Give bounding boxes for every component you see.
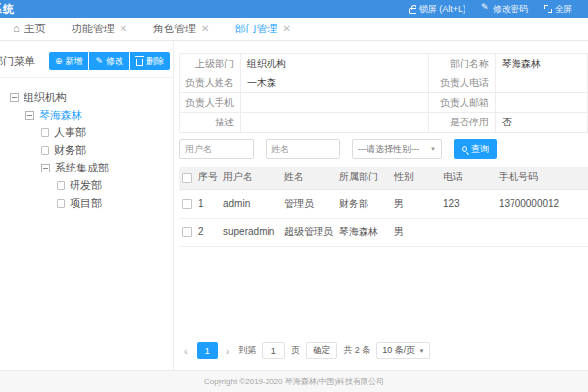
row-checkbox[interactable] xyxy=(182,227,192,237)
tree-node-label: 系统集成部 xyxy=(55,161,109,175)
home-icon: ⌂ xyxy=(13,24,20,34)
cell-mobile xyxy=(496,218,588,246)
tree-node-label: 人事部 xyxy=(54,125,86,140)
plus-icon xyxy=(55,56,63,66)
table-row[interactable]: 2 superadmin 超级管理员 琴海森林 男 xyxy=(179,218,588,246)
leaf-icon xyxy=(57,181,65,190)
select-all-checkbox[interactable] xyxy=(182,173,192,183)
tab-bar: ⌂ 主页 功能管理 ✕ 角色管理 ✕ 部门管理 ✕ xyxy=(0,18,588,41)
col-header-index: 序号 xyxy=(195,167,220,189)
field-value-description xyxy=(241,113,429,132)
delete-button-label: 删除 xyxy=(146,55,164,68)
search-button[interactable]: 查询 xyxy=(454,139,497,159)
change-password-button[interactable]: 修改密码 xyxy=(481,3,528,16)
top-header-bar: 系统 锁屏 (Alt+L) 修改密码 全屏 xyxy=(0,0,588,18)
collapse-icon[interactable] xyxy=(41,164,50,172)
content-spacer xyxy=(179,247,588,343)
col-header-gender: 性别 xyxy=(391,167,440,189)
tree-node-finance-dept[interactable]: 财务部 xyxy=(41,141,173,159)
close-icon[interactable]: ✕ xyxy=(201,24,209,34)
tree-node-project-dept[interactable]: 项目部 xyxy=(57,194,173,212)
close-icon[interactable]: ✕ xyxy=(120,24,127,34)
tree-node-org-root[interactable]: 组织机构 xyxy=(10,88,173,106)
collapse-icon[interactable] xyxy=(25,111,34,120)
cell-gender: 男 xyxy=(391,189,440,218)
confirm-page-button[interactable]: 确定 xyxy=(306,342,337,359)
app-title: 系统 xyxy=(0,2,15,17)
fullscreen-label: 全屏 xyxy=(555,3,572,16)
field-label-manager-email: 负责人邮箱 xyxy=(429,93,496,113)
prev-page-icon[interactable]: ‹ xyxy=(181,345,191,357)
field-value-disabled: 否 xyxy=(496,113,588,132)
current-page-button[interactable]: 1 xyxy=(197,342,218,359)
trash-icon xyxy=(136,59,143,66)
tab-role-mgmt[interactable]: 角色管理 ✕ xyxy=(140,18,221,40)
page-size-value: 10 条/页 xyxy=(382,344,415,357)
table-row[interactable]: 1 admin 管理员 财务部 男 123 13700000012 xyxy=(179,189,588,218)
cell-gender: 男 xyxy=(391,218,440,246)
tree-node-label: 财务部 xyxy=(54,143,86,158)
col-header-username: 用户名 xyxy=(220,167,281,189)
close-icon[interactable]: ✕ xyxy=(282,24,290,34)
field-label-description: 描述 xyxy=(180,113,241,132)
tab-department-mgmt[interactable]: 部门管理 ✕ xyxy=(221,18,303,40)
delete-button[interactable]: 删除 xyxy=(130,52,170,70)
col-header-name: 姓名 xyxy=(281,167,336,189)
header-checkbox-cell xyxy=(179,167,195,189)
name-search-input[interactable] xyxy=(266,139,340,159)
page-unit-label: 页 xyxy=(291,344,300,357)
cell-name: 超级管理员 xyxy=(281,218,336,246)
tab-department-label: 部门管理 xyxy=(234,22,277,36)
field-value-manager-name: 一木森 xyxy=(241,74,429,93)
tab-home[interactable]: ⌂ 主页 xyxy=(0,18,59,40)
department-form: 上级部门 组织机构 部门名称 琴海森林 负责人姓名 一木森 负责人电话 负责人手… xyxy=(179,53,588,133)
field-label-parent-dept: 上级部门 xyxy=(180,54,241,74)
pagination: ‹ 1 › 到第 页 确定 共 2 条 10 条/页 ▼ xyxy=(179,342,588,370)
cell-department: 琴海森林 xyxy=(336,218,391,246)
field-value-manager-email xyxy=(496,93,588,113)
field-label-manager-name: 负责人姓名 xyxy=(180,74,241,93)
row-checkbox-cell xyxy=(179,189,195,218)
tree-node-qinhai-forest[interactable]: 琴海森林 xyxy=(25,106,173,123)
tree-node-rd-dept[interactable]: 研发部 xyxy=(57,176,173,194)
tree-node-label: 研发部 xyxy=(70,178,102,193)
tree-node-label: 项目部 xyxy=(70,196,102,211)
cell-index: 2 xyxy=(195,218,220,246)
tab-role-label: 角色管理 xyxy=(153,22,196,36)
tab-function-label: 功能管理 xyxy=(72,22,115,36)
department-tree-panel: 部门菜单 新增 修改 删除 xyxy=(0,41,174,370)
col-header-department: 所属部门 xyxy=(336,167,391,189)
page-size-select[interactable]: 10 条/页 ▼ xyxy=(376,342,430,359)
lock-screen-button[interactable]: 锁屏 (Alt+L) xyxy=(409,3,466,16)
add-button-label: 新增 xyxy=(65,55,82,68)
tree-node-sysint-dept[interactable]: 系统集成部 xyxy=(41,159,173,176)
gender-select-value: ---请选择性别--- xyxy=(358,143,419,156)
page-number-input[interactable] xyxy=(262,342,285,359)
copyright-text: Copyright ©2019-2020 琴海森林(中国)科技有限公司 xyxy=(204,376,384,387)
leaf-icon xyxy=(57,199,65,208)
fullscreen-button[interactable]: 全屏 xyxy=(544,3,572,16)
tree-panel-title: 部门菜单 xyxy=(0,54,49,69)
cell-department: 财务部 xyxy=(336,189,391,218)
goto-page-label: 到第 xyxy=(238,344,256,357)
chevron-down-icon: ▼ xyxy=(418,348,424,354)
pencil-icon xyxy=(95,56,103,66)
row-checkbox[interactable] xyxy=(182,199,192,209)
tab-function-mgmt[interactable]: 功能管理 ✕ xyxy=(59,18,140,40)
add-button[interactable]: 新增 xyxy=(49,52,89,70)
edit-button[interactable]: 修改 xyxy=(89,52,129,70)
total-count-label: 共 2 条 xyxy=(343,344,370,357)
field-label-manager-phone: 负责人电话 xyxy=(429,74,496,93)
cell-mobile: 13700000012 xyxy=(496,189,588,218)
cell-username: superadmin xyxy=(220,218,281,246)
next-page-icon[interactable]: › xyxy=(223,345,233,357)
username-search-input[interactable] xyxy=(179,139,254,159)
tree-node-hr-dept[interactable]: 人事部 xyxy=(41,123,173,141)
collapse-icon[interactable] xyxy=(10,93,19,102)
change-password-label: 修改密码 xyxy=(493,3,528,16)
cell-index: 1 xyxy=(195,189,220,218)
tree-node-label: 琴海森林 xyxy=(39,108,82,122)
leaf-icon xyxy=(41,128,49,137)
field-label-manager-mobile: 负责人手机 xyxy=(180,93,241,113)
gender-select[interactable]: ---请选择性别--- ▼ xyxy=(352,139,442,159)
